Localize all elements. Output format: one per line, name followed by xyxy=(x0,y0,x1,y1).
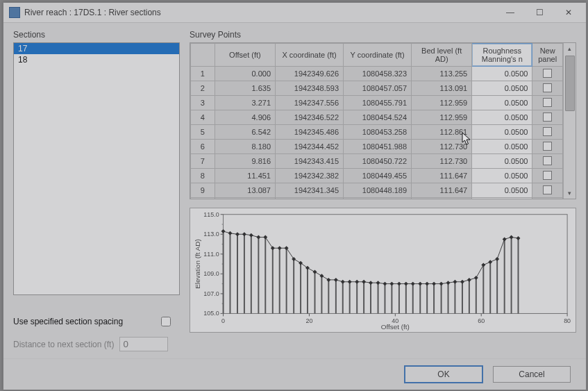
cell-x[interactable]: 1942342.382 xyxy=(276,169,344,183)
spacing-checkbox[interactable] xyxy=(161,317,171,326)
cell-offset[interactable]: 6.542 xyxy=(215,125,275,140)
cell-rownum[interactable]: 2 xyxy=(191,81,215,96)
cell-bed[interactable]: 112.959 xyxy=(412,96,472,110)
table-row[interactable]: 913.0871942341.3451080448.189111.6470.05… xyxy=(191,183,563,198)
cell-x[interactable]: 1942343.415 xyxy=(276,154,344,169)
col-newpanel[interactable]: New panel xyxy=(532,44,563,67)
cell-x[interactable]: 1942345.486 xyxy=(276,125,344,140)
scroll-down-icon[interactable]: ▾ xyxy=(564,188,576,199)
cell-x[interactable]: 1942347.556 xyxy=(276,96,344,110)
cell-offset[interactable]: 13.087 xyxy=(215,183,275,198)
cell-x[interactable]: 1942344.452 xyxy=(276,140,344,154)
cell-y[interactable]: 1080458.323 xyxy=(344,67,412,81)
cell-y[interactable]: 1080449.455 xyxy=(344,169,412,183)
cell-y[interactable]: 1080451.988 xyxy=(344,140,412,154)
cell-rownum[interactable]: 1 xyxy=(191,67,215,81)
cell-y[interactable]: 1080455.791 xyxy=(344,96,412,110)
cell-newpanel[interactable] xyxy=(532,110,563,125)
cell-offset[interactable]: 1.635 xyxy=(215,81,275,96)
maximize-button[interactable]: ☐ xyxy=(525,3,554,22)
cell-newpanel[interactable] xyxy=(532,154,563,169)
cell-bed[interactable]: 113.255 xyxy=(412,67,472,81)
ok-button[interactable]: OK xyxy=(404,365,483,383)
sections-item[interactable]: 18 xyxy=(14,54,179,65)
cell-bed[interactable]: 111.647 xyxy=(412,183,472,198)
cell-newpanel[interactable] xyxy=(532,67,563,81)
cell-y[interactable]: 1080446.923 xyxy=(344,198,412,199)
cell-newpanel[interactable] xyxy=(532,125,563,140)
cell-offset[interactable]: 8.180 xyxy=(215,140,275,154)
col-xcoord[interactable]: X coordinate (ft) xyxy=(276,44,344,67)
sections-listbox[interactable]: 1718 xyxy=(13,42,180,295)
cell-bed[interactable]: 111.647 xyxy=(412,169,472,183)
cell-roughness[interactable]: 0.0500 xyxy=(472,154,532,169)
cell-roughness[interactable]: 0.0500 xyxy=(472,81,532,96)
cell-x[interactable]: 1942341.345 xyxy=(276,183,344,198)
cell-bed[interactable]: 112.861 xyxy=(412,125,472,140)
cell-offset[interactable]: 0.000 xyxy=(215,67,275,81)
table-row[interactable]: 33.2711942347.5561080455.791112.9590.050… xyxy=(191,96,563,110)
cell-newpanel[interactable] xyxy=(532,96,563,110)
sections-item[interactable]: 17 xyxy=(14,43,179,54)
col-rownum[interactable] xyxy=(191,44,215,67)
cell-rownum[interactable]: 8 xyxy=(191,169,215,183)
cell-rownum[interactable]: 4 xyxy=(191,110,215,125)
cell-y[interactable]: 1080457.057 xyxy=(344,81,412,96)
cancel-button[interactable]: Cancel xyxy=(493,366,571,383)
cell-bed[interactable]: 113.091 xyxy=(412,81,472,96)
table-row[interactable]: 10.0001942349.6261080458.323113.2550.050… xyxy=(191,67,563,81)
table-row[interactable]: 68.1801942344.4521080451.988112.7300.050… xyxy=(191,140,563,154)
cell-roughness[interactable]: 0.0500 xyxy=(472,183,532,198)
cell-rownum[interactable]: 9 xyxy=(191,183,215,198)
cell-y[interactable]: 1080450.722 xyxy=(344,154,412,169)
cell-newpanel[interactable] xyxy=(532,169,563,183)
cell-roughness[interactable]: 0.0500 xyxy=(472,67,532,81)
table-row[interactable]: 44.9061942346.5221080454.524112.9590.050… xyxy=(191,110,563,125)
cell-bed[interactable]: 112.730 xyxy=(412,140,472,154)
cell-newpanel[interactable] xyxy=(532,183,563,198)
cell-offset[interactable]: 9.816 xyxy=(215,154,275,169)
cell-newpanel[interactable] xyxy=(532,140,563,154)
col-bedlevel[interactable]: Bed level (ft AD) xyxy=(412,44,472,67)
cell-x[interactable]: 1942348.593 xyxy=(276,81,344,96)
cell-newpanel[interactable] xyxy=(532,198,563,199)
cell-roughness[interactable]: 0.0500 xyxy=(472,140,532,154)
table-row[interactable]: 1014.7221942340.3121080446.923111.6470.0… xyxy=(191,198,563,199)
cell-y[interactable]: 1080453.258 xyxy=(344,125,412,140)
col-ycoord[interactable]: Y coordinate (ft) xyxy=(344,44,412,67)
cell-offset[interactable]: 3.271 xyxy=(215,96,275,110)
minimize-button[interactable]: — xyxy=(496,3,525,22)
table-row[interactable]: 56.5421942345.4861080453.258112.8610.050… xyxy=(191,125,563,140)
cell-rownum[interactable]: 3 xyxy=(191,96,215,110)
cell-rownum[interactable]: 5 xyxy=(191,125,215,140)
cell-roughness[interactable]: 0.0500 xyxy=(472,169,532,183)
cell-y[interactable]: 1080448.189 xyxy=(344,183,412,198)
table-row[interactable]: 811.4511942342.3821080449.455111.6470.05… xyxy=(191,169,563,183)
cell-roughness[interactable]: 0.0500 xyxy=(472,110,532,125)
cell-roughness[interactable]: 0.0500 xyxy=(472,96,532,110)
cell-roughness[interactable]: 0.0500 xyxy=(472,198,532,199)
cell-offset[interactable]: 14.722 xyxy=(215,198,275,199)
scroll-thumb[interactable] xyxy=(565,56,575,111)
cell-x[interactable]: 1942349.626 xyxy=(276,67,344,81)
grid-scrollbar[interactable]: ▴ ▾ xyxy=(563,43,576,199)
col-roughness[interactable]: Roughness Manning's n xyxy=(472,44,532,67)
cell-newpanel[interactable] xyxy=(532,81,563,96)
table-row[interactable]: 79.8161942343.4151080450.722112.7300.050… xyxy=(191,154,563,169)
survey-grid[interactable]: Offset (ft) X coordinate (ft) Y coordina… xyxy=(190,42,576,199)
cell-offset[interactable]: 4.906 xyxy=(215,110,275,125)
cell-y[interactable]: 1080454.524 xyxy=(344,110,412,125)
cell-bed[interactable]: 112.959 xyxy=(412,110,472,125)
cell-roughness[interactable]: 0.0500 xyxy=(472,125,532,140)
close-button[interactable]: ✕ xyxy=(554,3,583,22)
col-offset[interactable]: Offset (ft) xyxy=(215,44,275,67)
cell-rownum[interactable]: 7 xyxy=(191,154,215,169)
cell-x[interactable]: 1942340.312 xyxy=(276,198,344,199)
cell-bed[interactable]: 112.730 xyxy=(412,154,472,169)
scroll-up-icon[interactable]: ▴ xyxy=(564,43,576,54)
cell-offset[interactable]: 11.451 xyxy=(215,169,275,183)
cell-rownum[interactable]: 6 xyxy=(191,140,215,154)
cell-x[interactable]: 1942346.522 xyxy=(276,110,344,125)
cell-bed[interactable]: 111.647 xyxy=(412,198,472,199)
table-row[interactable]: 21.6351942348.5931080457.057113.0910.050… xyxy=(191,81,563,96)
